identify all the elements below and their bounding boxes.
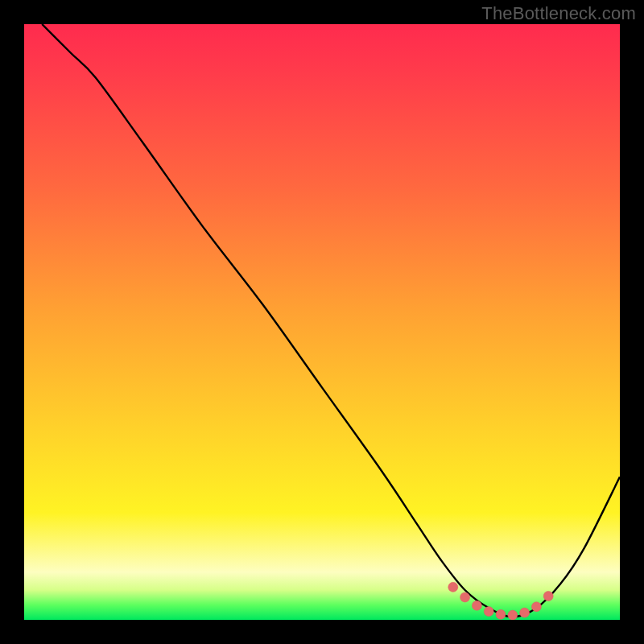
- chart-frame: TheBottleneck.com: [0, 0, 644, 644]
- watermark-text: TheBottleneck.com: [481, 3, 636, 24]
- highlight-dot: [531, 602, 541, 612]
- highlight-dot: [496, 609, 506, 619]
- bottleneck-curve-path: [42, 24, 620, 617]
- highlight-dot: [460, 592, 470, 602]
- highlight-dot: [484, 607, 493, 617]
- highlight-dot: [448, 582, 458, 592]
- highlight-dot: [543, 591, 553, 601]
- highlight-dot: [472, 601, 481, 610]
- highlight-dot: [520, 608, 530, 617]
- highlight-dot: [508, 610, 518, 620]
- plot-area: [24, 24, 620, 620]
- curve-svg: [24, 24, 620, 620]
